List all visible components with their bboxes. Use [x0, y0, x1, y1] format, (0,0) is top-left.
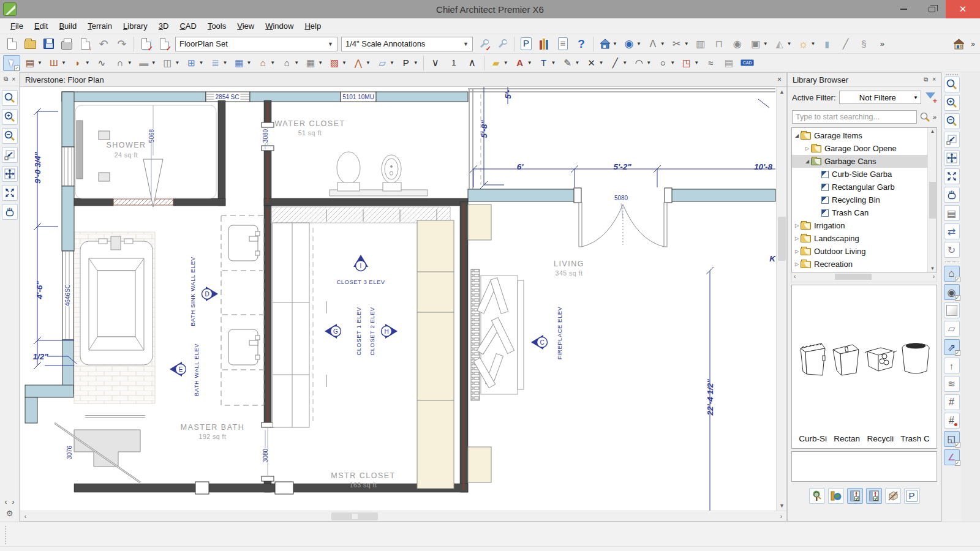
scrollbar-thumb[interactable]: [929, 182, 936, 219]
tree-item-outdoor-living[interactable]: ▷Outdoor Living: [792, 245, 927, 258]
close-icon[interactable]: ×: [12, 76, 15, 83]
tree-item-rectangular-garb[interactable]: Rectangular Garb: [792, 181, 927, 193]
pan-hand-icon[interactable]: [944, 187, 960, 203]
fill-window-interior-icon[interactable]: [2, 185, 18, 201]
tree-item-garbage-cans[interactable]: ◢Garbage Cans: [792, 155, 927, 168]
scrollbar-thumb[interactable]: [835, 274, 872, 280]
menu-edit[interactable]: Edit: [29, 20, 53, 32]
menu-cad[interactable]: CAD: [174, 20, 202, 32]
stairs-icon[interactable]: ≣▼: [206, 55, 229, 71]
menu-help[interactable]: Help: [299, 20, 326, 32]
add-filter-funnel-icon[interactable]: [924, 91, 937, 103]
scroll-down-arrow[interactable]: ▼: [777, 501, 787, 511]
menu-3d[interactable]: 3D: [153, 20, 175, 32]
table-icon[interactable]: ⊓: [710, 36, 728, 52]
library-preview-thumbnail[interactable]: [797, 340, 829, 380]
menu-terrain[interactable]: Terrain: [82, 20, 118, 32]
scissors-bird-icon[interactable]: ✂▼: [668, 36, 691, 52]
select-arrow-cursor[interactable]: ✓: [3, 55, 20, 71]
arch-soffit-icon[interactable]: ∩▼: [111, 55, 134, 71]
save-disk-icon[interactable]: [40, 36, 57, 52]
menu-tools[interactable]: Tools: [202, 20, 232, 32]
camera-refresh-icon[interactable]: ◉✓: [944, 284, 960, 300]
line-tool-icon[interactable]: ╱▼: [606, 55, 629, 71]
floor-plan-house-icon[interactable]: [951, 36, 968, 52]
fill-window-icon[interactable]: [944, 150, 960, 166]
print-preview-page-icon[interactable]: ▱: [944, 321, 960, 337]
tree-item-garage-door-opene[interactable]: ▷Garage Door Opene: [792, 142, 927, 155]
library-search-input[interactable]: [792, 110, 917, 124]
palette-next-arrow[interactable]: ›: [12, 498, 15, 506]
layer-display-check-icon[interactable]: ✓: [137, 36, 154, 52]
minimize-button[interactable]: [889, 0, 918, 18]
search-icon[interactable]: [919, 111, 930, 122]
layers-icon[interactable]: ▤: [944, 205, 960, 221]
scroll-up-arrow[interactable]: ▲: [928, 129, 937, 134]
document-title-bar[interactable]: Riverstone: Floor Plan ×: [20, 73, 786, 87]
floor-overview-icon[interactable]: ▦▼: [230, 55, 253, 71]
close-button[interactable]: ✕: [946, 0, 980, 18]
cad-block-badge-icon[interactable]: CAD: [739, 55, 756, 71]
camera-gray-icon[interactable]: ◉: [729, 36, 746, 52]
tree-item-irrigation[interactable]: ▷Irrigation: [792, 219, 927, 232]
picture-house-icon[interactable]: ▣▼: [747, 36, 770, 52]
zoom-tool-icon[interactable]: [944, 77, 960, 92]
tree-item-recreation[interactable]: ▷Recreation: [792, 258, 927, 271]
floor-up-chevron-icon[interactable]: ∧: [464, 55, 481, 71]
tree-item-curb-side-garba[interactable]: Curb-Side Garba: [792, 168, 927, 181]
filter-select[interactable]: Not Filtere▼: [839, 91, 921, 104]
circle-tool-icon[interactable]: ○▼: [654, 55, 677, 71]
library-preview-thumbnail[interactable]: [831, 340, 861, 380]
panel-toggle-tree-icon[interactable]: [847, 488, 863, 504]
spray-can-icon[interactable]: ▮: [818, 36, 835, 52]
camera-icon[interactable]: ◉▼: [620, 36, 643, 52]
lasso-pencil-icon[interactable]: ✎▼: [559, 55, 582, 71]
preferences-p-icon[interactable]: P: [904, 488, 920, 504]
roof-frame-icon[interactable]: ⋀▼: [350, 55, 372, 71]
dormer-icon[interactable]: ⌂▼: [254, 55, 277, 71]
new-file-icon[interactable]: [3, 36, 20, 52]
tree-expander-icon[interactable]: ▷: [793, 261, 801, 267]
project-browser-list-icon[interactable]: ≡: [554, 36, 571, 52]
floor-plan-canvas[interactable]: SHOWER24 sq ftWATER CLOSET51 sq ftLIVING…: [20, 87, 776, 511]
floor-number-label[interactable]: 1: [445, 55, 462, 71]
shingles-icon[interactable]: ▨▼: [326, 55, 349, 71]
camera-house-icon[interactable]: ▼: [597, 36, 619, 52]
search-overflow-chevrons[interactable]: »: [933, 113, 937, 121]
ruler-icon[interactable]: ▰▼: [488, 55, 510, 71]
canvas-horizontal-scrollbar[interactable]: ‹ ›: [20, 511, 786, 521]
tree-item-garage-items[interactable]: ◢Garage Items: [792, 129, 927, 142]
zoom-in-icon[interactable]: +: [2, 109, 18, 125]
document-close-icon[interactable]: ×: [777, 75, 782, 84]
tree-expander-icon[interactable]: ◢: [793, 133, 801, 138]
library-title-bar[interactable]: Library Browser ⧉ ×: [788, 73, 941, 87]
toolbar-overflow-chevrons[interactable]: »: [971, 40, 975, 48]
scroll-down-arrow[interactable]: ▼: [928, 266, 937, 271]
tree-expander-icon[interactable]: ▷: [793, 236, 801, 241]
material-pump-icon[interactable]: ▥: [692, 36, 709, 52]
default-settings-wrench-icon[interactable]: ✓: [475, 36, 492, 52]
window-grille-icon[interactable]: ▦▼: [302, 55, 325, 71]
grid-snap-icon[interactable]: #: [944, 413, 960, 429]
menu-library[interactable]: Library: [118, 20, 153, 32]
cad-detail-icon[interactable]: ▤: [720, 55, 737, 71]
scroll-right-arrow[interactable]: ›: [933, 273, 935, 280]
roof-triangle-icon[interactable]: ◭▼: [771, 36, 794, 52]
palette-prev-arrow[interactable]: ‹: [5, 498, 7, 506]
close-icon[interactable]: ×: [932, 76, 936, 83]
library-globe-book-icon[interactable]: [828, 488, 844, 504]
plot-plan-icon[interactable]: P: [518, 36, 535, 52]
arc-waves-icon[interactable]: ≋: [944, 376, 960, 392]
gear-icon[interactable]: ⚙: [6, 509, 13, 518]
zoom-out-icon[interactable]: −: [944, 113, 960, 129]
tree-expander-icon[interactable]: ◢: [804, 159, 811, 164]
zoom-out-icon[interactable]: −: [2, 128, 18, 144]
swap-views-icon[interactable]: ⇄: [944, 223, 960, 239]
arc-tool-icon[interactable]: ◠▼: [630, 55, 653, 71]
preferences-wrench-icon[interactable]: [494, 36, 511, 52]
dock-float-icon[interactable]: ⧉: [4, 75, 8, 83]
edit-arrow-icon[interactable]: ⇗✓: [944, 339, 960, 355]
canvas-vertical-scrollbar[interactable]: ▲ ▼: [776, 87, 786, 511]
library-preview-thumbnail[interactable]: [864, 344, 898, 376]
fence-icon[interactable]: Ш▼: [45, 55, 68, 71]
